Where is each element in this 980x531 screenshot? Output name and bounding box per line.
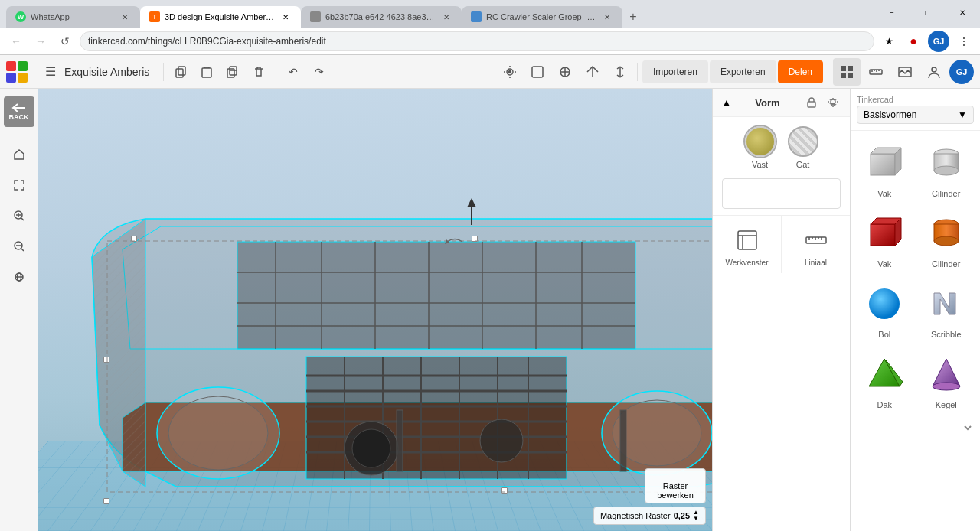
svg-rect-88 [871, 154, 895, 175]
properties-title: Vorm [755, 97, 779, 109]
menu-icon[interactable]: ☰ [38, 60, 63, 84]
browser-chrome: − □ ✕ W WhatsApp ✕ T 3D design Exquisite… [0, 0, 980, 55]
rotate-handle[interactable] [444, 236, 466, 247]
fit-view-button[interactable] [7, 173, 31, 197]
tab-rc[interactable]: RC Crawler Scaler Groep - Plaats... ✕ [462, 6, 622, 28]
svg-marker-74 [467, 198, 476, 207]
tab3-close[interactable]: ✕ [440, 11, 452, 23]
shape-tool-button[interactable] [525, 60, 550, 84]
bookmark-button[interactable]: ★ [879, 31, 899, 51]
magnetisch-raster: Magnetisch Raster 0,25 ▲ ▼ [593, 507, 706, 525]
address-text: tinkercad.com/things/cLLR0B9CGia-exquisi… [88, 36, 326, 47]
redo-button[interactable]: ↷ [307, 60, 332, 84]
svg-rect-70 [620, 410, 626, 471]
importeren-button[interactable]: Importeren [642, 60, 708, 83]
reload-button[interactable]: ↺ [55, 31, 75, 51]
browser-menu-button[interactable]: ⋮ [954, 31, 974, 51]
gat-swatch[interactable]: Gat [788, 126, 818, 169]
tab-whatsapp[interactable]: W WhatsApp ✕ [6, 6, 140, 28]
vast-swatch[interactable]: Vast [745, 126, 776, 169]
3d-object [84, 196, 712, 502]
whatsapp-favicon: W [15, 11, 26, 22]
svg-line-35 [21, 249, 24, 251]
svg-line-32 [21, 218, 24, 220]
extension-button1[interactable]: ● [903, 31, 923, 51]
werkvenster-button[interactable] [729, 222, 766, 259]
tab-whatsapp-close[interactable]: ✕ [119, 11, 131, 23]
svg-point-99 [934, 236, 959, 246]
tab-tinkercad-close[interactable]: ✕ [279, 11, 292, 23]
tab-bar: W WhatsApp ✕ T 3D design Exquisite Amber… [0, 0, 980, 28]
tinkercad-logo[interactable] [6, 58, 34, 86]
shape-cilinder-gray[interactable]: Cilinder [919, 137, 975, 201]
maximize-button[interactable]: □ [910, 0, 945, 24]
light-icon[interactable] [825, 95, 841, 110]
perspective-button[interactable] [7, 265, 31, 289]
shape-bol[interactable]: Bol [857, 278, 913, 342]
mirror-tool-button[interactable] [608, 60, 632, 84]
chevron-up-icon[interactable]: ▲ [722, 97, 731, 108]
copy-button[interactable] [168, 60, 193, 84]
shape-vak-gray-label: Vak [877, 189, 891, 198]
user-button[interactable] [920, 58, 948, 86]
extension-button2[interactable]: GJ [928, 31, 949, 52]
address-bar[interactable]: tinkercad.com/things/cLLR0B9CGia-exquisi… [80, 31, 874, 51]
zoom-in-button[interactable] [7, 204, 31, 228]
raster-decrement[interactable]: ▼ [693, 516, 699, 522]
svg-point-68 [352, 429, 390, 467]
back-nav-button[interactable]: ← [6, 31, 26, 51]
new-tab-button[interactable]: + [622, 6, 644, 28]
close-button[interactable]: ✕ [945, 0, 980, 24]
duplicate-button[interactable] [220, 60, 245, 84]
ruler-view-button[interactable] [862, 58, 890, 86]
lock-icon[interactable] [804, 95, 819, 110]
selection-handle-bm[interactable] [501, 487, 508, 494]
undo-button[interactable]: ↶ [281, 60, 305, 84]
color-picker-area[interactable] [722, 178, 841, 209]
shape-cilinder-orange-label: Cilinder [932, 259, 960, 269]
shape-kegel-label: Kegel [936, 400, 957, 409]
exporteren-button[interactable]: Exporteren [710, 60, 776, 83]
svg-rect-18 [848, 66, 853, 71]
delete-button[interactable] [247, 60, 271, 84]
shape-scribble[interactable]: Scribble [919, 278, 975, 342]
tab-tinkercad[interactable]: T 3D design Exquisite Amberis | Ti... ✕ [140, 6, 301, 28]
camera-tool-button[interactable] [498, 60, 522, 84]
svg-rect-19 [841, 73, 846, 78]
shape-dak[interactable]: Dak [857, 348, 913, 412]
gat-label: Gat [796, 160, 810, 169]
shape-vak-gray[interactable]: Vak [857, 137, 913, 201]
avatar-button[interactable]: GJ [949, 60, 974, 84]
selection-handle-tm[interactable] [472, 236, 478, 242]
shape-kegel[interactable]: Kegel [919, 348, 975, 412]
back-label: BACK [9, 113, 29, 121]
delen-button[interactable]: Delen [778, 60, 823, 83]
basisvormen-dropdown[interactable]: Basisvormen ▼ [857, 106, 974, 124]
selection-handle-bl[interactable] [103, 498, 109, 504]
viewport[interactable]: Raster bewerken Magnetisch Raster 0,25 ▲… [38, 89, 712, 531]
minimize-button[interactable]: − [874, 0, 910, 24]
forward-nav-button[interactable]: → [31, 31, 51, 51]
align-tool-button[interactable] [553, 60, 577, 84]
selection-handle-tl[interactable] [131, 236, 137, 242]
grid-view-button[interactable] [833, 58, 861, 86]
liniaal-button[interactable] [798, 222, 835, 259]
shape-cilinder-orange[interactable]: Cilinder [919, 207, 975, 272]
back-button[interactable]: BACK [2, 95, 36, 129]
tab4-close[interactable]: ✕ [601, 11, 613, 23]
toolbar-separator-4 [637, 63, 638, 81]
shape-cilinder-gray-label: Cilinder [932, 189, 960, 198]
home-view-button[interactable] [7, 142, 31, 167]
tab4-favicon [471, 11, 482, 22]
shape-vak-red[interactable]: Vak [857, 207, 913, 272]
tab-6b23b[interactable]: 6b23b70a e642 4623 8ae3 3485... ✕ [301, 6, 462, 28]
right-tools-panel: Werkvenster Liniaal [713, 215, 850, 273]
shapes-sidebar: Tinkercad Basisvormen ▼ [850, 89, 980, 531]
selection-handle-lm[interactable] [103, 357, 109, 363]
zoom-out-button[interactable] [7, 234, 31, 259]
grid-tool-button[interactable] [580, 60, 605, 84]
expand-shapes-button[interactable] [851, 419, 980, 437]
sidebar-header: Tinkercad Basisvormen ▼ [851, 89, 980, 131]
gallery-button[interactable] [891, 58, 919, 86]
paste-button[interactable] [194, 60, 219, 84]
